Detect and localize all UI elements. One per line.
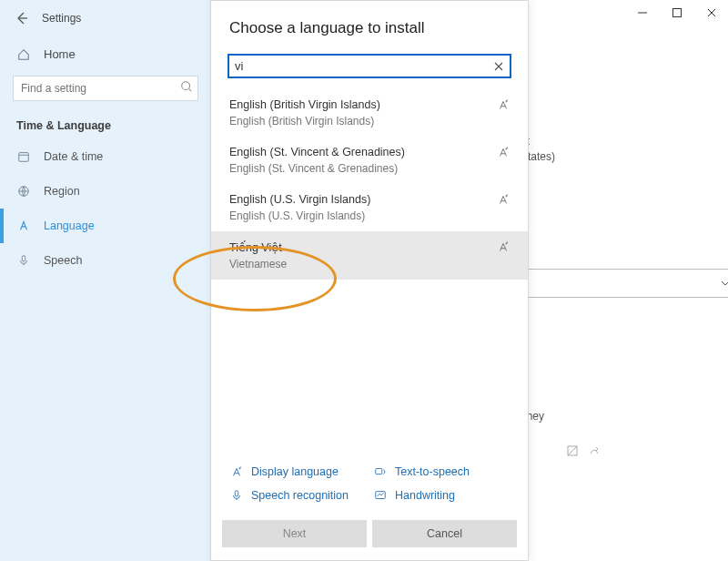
sidebar-item-date-time[interactable]: Date & time — [0, 139, 211, 174]
display-language-icon — [497, 146, 510, 158]
svg-rect-6 — [376, 469, 382, 474]
language-name: English (St. Vincent & Grenadines) — [229, 146, 482, 158]
sidebar-item-region[interactable]: Region — [0, 174, 211, 209]
display-language-icon — [229, 465, 244, 478]
bg-text: at they — [511, 410, 693, 423]
window-title: Settings — [42, 12, 81, 25]
svg-rect-7 — [235, 491, 238, 496]
display-language-icon — [497, 193, 510, 206]
language-install-dialog: Choose a language to install English (Br… — [210, 0, 529, 561]
text-to-speech-icon — [373, 465, 388, 478]
legend-label: Text-to-speech — [395, 465, 470, 478]
sidebar-item-speech[interactable]: Speech — [0, 243, 211, 278]
legend-label: Speech recognition — [251, 489, 349, 502]
language-list: English (British Virgin Islands) English… — [211, 89, 528, 454]
sidebar-category: Time & Language — [0, 112, 211, 139]
chevron-down-icon — [720, 278, 728, 289]
bg-text: mat — [511, 135, 693, 148]
feature-legend: Display language Text-to-speech Speech r… — [211, 454, 528, 513]
bg-text: his — [511, 319, 693, 332]
sidebar-search-input[interactable] — [13, 76, 198, 101]
language-item[interactable]: English (British Virgin Islands) English… — [211, 89, 528, 137]
language-name: English (British Virgin Islands) — [229, 98, 482, 111]
search-icon — [180, 80, 193, 93]
legend-label: Display language — [251, 465, 339, 478]
language-item[interactable]: English (St. Vincent & Grenadines) Engli… — [211, 137, 528, 184]
sidebar-home-label: Home — [44, 47, 76, 61]
sidebar-home[interactable]: Home — [0, 38, 211, 70]
globe-icon — [16, 185, 31, 198]
sidebar-item-label: Language — [44, 219, 95, 232]
bg-icons — [566, 444, 601, 457]
sidebar-item-language[interactable]: Language — [0, 209, 211, 243]
home-icon — [16, 48, 31, 61]
back-button[interactable] — [13, 9, 31, 27]
sidebar-item-label: Speech — [44, 254, 82, 267]
language-item[interactable]: English (U.S. Virgin Islands) English (U… — [211, 184, 528, 231]
language-search-input[interactable] — [235, 59, 493, 73]
svg-point-0 — [182, 82, 190, 90]
language-sub: English (U.S. Virgin Islands) — [229, 209, 482, 222]
language-name: Tiếng Việt — [229, 240, 482, 254]
dialog-title: Choose a language to install — [229, 19, 510, 37]
bg-dropdown[interactable] — [502, 269, 728, 298]
language-search[interactable] — [228, 54, 511, 78]
language-name: English (U.S. Virgin Islands) — [229, 193, 482, 206]
language-sub: Vietnamese — [229, 258, 482, 270]
display-language-icon — [497, 240, 510, 253]
svg-rect-3 — [22, 256, 25, 261]
settings-sidebar: Settings Home Time & Language Date & tim… — [0, 0, 211, 561]
sidebar-item-label: Region — [44, 185, 80, 198]
language-sub: English (St. Vincent & Grenadines) — [229, 162, 482, 175]
language-sub: English (British Virgin Islands) — [229, 115, 482, 128]
legend-label: Handwriting — [395, 489, 455, 502]
speech-recognition-icon — [229, 489, 244, 502]
language-item-selected[interactable]: Tiếng Việt Vietnamese — [211, 231, 528, 280]
next-button[interactable]: Next — [222, 520, 367, 547]
display-language-icon — [497, 98, 510, 111]
bg-text: d States) — [511, 150, 693, 163]
clear-icon[interactable] — [493, 61, 504, 72]
sidebar-search[interactable] — [13, 76, 198, 101]
sidebar-item-label: Date & time — [44, 150, 103, 163]
calendar-icon — [16, 150, 31, 163]
handwriting-icon — [373, 489, 388, 502]
language-a-icon — [16, 219, 31, 232]
microphone-icon — [16, 254, 31, 267]
svg-rect-1 — [19, 153, 29, 162]
cancel-button[interactable]: Cancel — [372, 520, 517, 547]
